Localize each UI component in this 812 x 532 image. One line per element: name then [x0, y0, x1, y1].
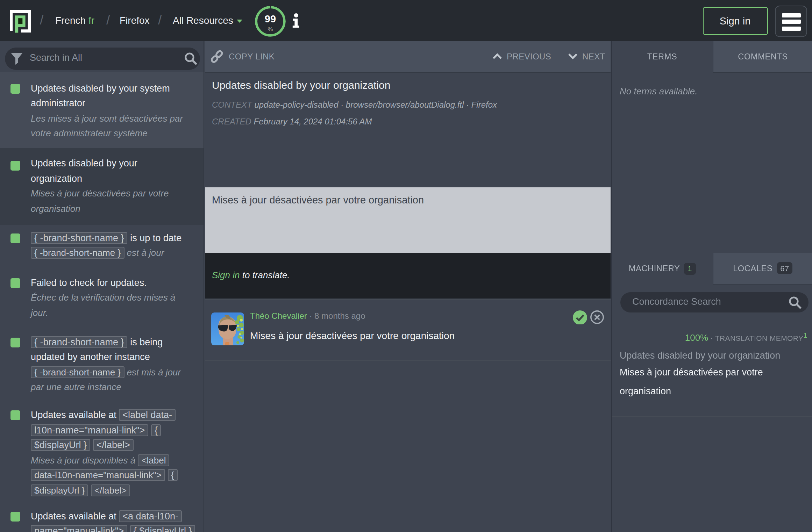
svg-text:99: 99 — [265, 13, 276, 24]
svg-text:%: % — [268, 26, 273, 32]
